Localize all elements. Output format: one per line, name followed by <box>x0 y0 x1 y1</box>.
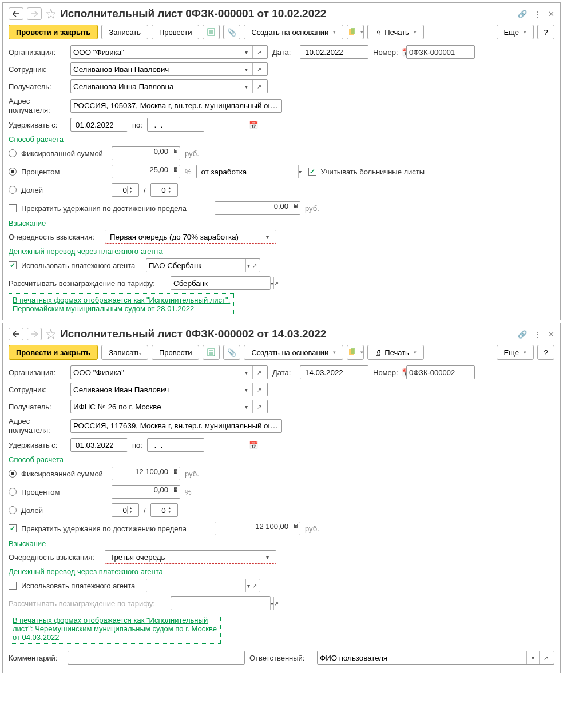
fraction-numerator[interactable]: ▲▼ <box>112 183 139 197</box>
dropdown-icon[interactable]: ▾ <box>240 366 252 379</box>
spin-up-icon[interactable]: ▲ <box>128 186 134 190</box>
dropdown-icon[interactable]: ▾ <box>240 63 252 75</box>
print-form-link[interactable]: В печатных формах отображается как "Испо… <box>9 614 221 644</box>
dropdown-icon[interactable]: ▾ <box>240 400 252 413</box>
spin-down-icon[interactable]: ▼ <box>128 510 134 514</box>
address-input[interactable]: … <box>70 99 282 113</box>
open-icon[interactable]: ↗ <box>252 46 265 58</box>
fraction-radio[interactable] <box>9 506 17 514</box>
use-agent-checkbox[interactable] <box>9 261 17 269</box>
address-input[interactable]: … <box>70 419 282 433</box>
link-icon[interactable]: 🔗 <box>518 330 527 339</box>
employee-input[interactable]: ▾↗ <box>70 383 268 396</box>
spin-down-icon[interactable]: ▼ <box>128 190 134 194</box>
date-input[interactable]: 📅 <box>300 45 368 59</box>
ellipsis-icon[interactable]: … <box>269 101 279 110</box>
dropdown-icon[interactable]: ▾ <box>245 259 252 272</box>
dropdown-icon[interactable]: ▾ <box>240 46 252 58</box>
open-icon[interactable]: ↗ <box>252 259 258 272</box>
fraction-denominator[interactable]: ▲▼ <box>150 183 178 197</box>
copy-icon-button[interactable] <box>347 345 364 360</box>
hold-from-input[interactable]: 📅 <box>70 438 128 452</box>
nav-back-button[interactable] <box>9 7 23 20</box>
fraction-numerator[interactable]: ▲▼ <box>112 503 139 517</box>
kebab-icon[interactable]: ⋮ <box>534 10 541 18</box>
fixed-sum-input[interactable]: 12 100,00🖩 <box>112 467 180 480</box>
open-icon[interactable]: ↗ <box>273 277 279 289</box>
copy-icon-button[interactable] <box>347 25 364 39</box>
attach-icon-button[interactable]: 📎 <box>223 345 240 360</box>
post-button[interactable]: Провести <box>152 345 200 360</box>
more-button[interactable]: Еще <box>497 345 534 360</box>
dropdown-icon[interactable]: ▾ <box>240 383 252 396</box>
spin-down-icon[interactable]: ▼ <box>166 190 173 194</box>
create-from-button[interactable]: Создать на основании <box>244 345 343 360</box>
open-icon[interactable]: ↗ <box>252 80 265 93</box>
nav-forward-button[interactable] <box>27 328 42 340</box>
limit-input[interactable]: 12 100,00🖩 <box>215 522 300 535</box>
agent-input[interactable]: ▾↗ <box>146 258 260 272</box>
print-form-link[interactable]: В печатных формах отображается как "Испо… <box>9 293 234 315</box>
calculator-icon[interactable]: 🖩 <box>293 203 299 209</box>
report-icon-button[interactable] <box>203 345 220 360</box>
open-icon[interactable]: ↗ <box>252 579 258 592</box>
dropdown-icon[interactable]: ▾ <box>261 230 273 243</box>
close-icon[interactable]: ✕ <box>548 10 554 18</box>
kebab-icon[interactable]: ⋮ <box>534 330 541 339</box>
dropdown-icon[interactable]: ▾ <box>240 80 252 93</box>
calculator-icon[interactable]: 🖩 <box>173 487 179 493</box>
calculator-icon[interactable]: 🖩 <box>293 523 299 530</box>
spin-up-icon[interactable]: ▲ <box>128 506 134 510</box>
post-close-button[interactable]: Провести и закрыть <box>9 345 98 360</box>
open-icon[interactable]: ↗ <box>252 366 265 379</box>
date-input[interactable]: 📅 <box>300 365 368 379</box>
hold-to-input[interactable]: 📅 <box>147 118 204 132</box>
employee-input[interactable]: ▾↗ <box>70 62 268 76</box>
close-icon[interactable]: ✕ <box>548 330 554 339</box>
calendar-icon[interactable]: 📅 <box>249 439 258 451</box>
number-input[interactable]: 0ФЗК-000002 <box>406 365 475 379</box>
from-earnings-select[interactable]: ▾ <box>196 165 294 178</box>
calendar-icon[interactable]: 📅 <box>249 118 258 131</box>
post-button[interactable]: Провести <box>152 25 200 39</box>
tariff-input[interactable]: ▾↗ <box>171 596 271 610</box>
attach-icon-button[interactable]: 📎 <box>223 25 240 39</box>
dropdown-icon[interactable]: ▾ <box>261 551 273 563</box>
more-button[interactable]: Еще <box>497 25 534 39</box>
stop-limit-checkbox[interactable] <box>9 204 17 212</box>
calculator-icon[interactable]: 🖩 <box>173 166 179 173</box>
help-button[interactable]: ? <box>537 345 554 360</box>
spin-down-icon[interactable]: ▼ <box>166 510 173 514</box>
nav-forward-button[interactable] <box>27 7 42 20</box>
open-icon[interactable]: ↗ <box>252 400 265 413</box>
hold-from-input[interactable]: 📅 <box>70 118 128 132</box>
star-icon[interactable] <box>45 8 57 19</box>
responsible-input[interactable]: ▾↗ <box>317 651 554 665</box>
queue-select[interactable]: ▾ <box>105 550 276 564</box>
fraction-denominator[interactable]: ▲▼ <box>150 503 178 517</box>
recipient-input[interactable]: ▾↗ <box>70 400 268 413</box>
create-from-button[interactable]: Создать на основании <box>244 25 343 39</box>
fixed-sum-radio[interactable] <box>9 470 17 478</box>
dropdown-icon[interactable]: ▾ <box>526 651 539 664</box>
number-input[interactable]: 0ФЗК-000001 <box>406 45 475 59</box>
percent-input[interactable]: 25,00🖩 <box>112 165 180 178</box>
percent-radio[interactable] <box>9 168 17 176</box>
post-close-button[interactable]: Провести и закрыть <box>9 25 98 39</box>
save-button[interactable]: Записать <box>101 345 148 360</box>
fraction-radio[interactable] <box>9 186 17 194</box>
calculator-icon[interactable]: 🖩 <box>173 468 179 475</box>
use-agent-checkbox[interactable] <box>9 582 17 590</box>
save-button[interactable]: Записать <box>101 25 148 39</box>
agent-input[interactable]: ▾↗ <box>146 579 260 592</box>
stop-limit-checkbox[interactable] <box>9 524 17 532</box>
queue-select[interactable]: ▾ <box>105 230 276 244</box>
hold-to-input[interactable]: 📅 <box>147 438 204 452</box>
report-icon-button[interactable] <box>203 25 220 39</box>
fixed-sum-input[interactable]: 0,00🖩 <box>112 146 180 160</box>
help-button[interactable]: ? <box>537 25 554 39</box>
organization-input[interactable]: ▾↗ <box>70 45 268 59</box>
open-icon[interactable]: ↗ <box>539 651 552 664</box>
percent-radio[interactable] <box>9 488 17 496</box>
sick-leave-checkbox[interactable] <box>308 168 316 176</box>
